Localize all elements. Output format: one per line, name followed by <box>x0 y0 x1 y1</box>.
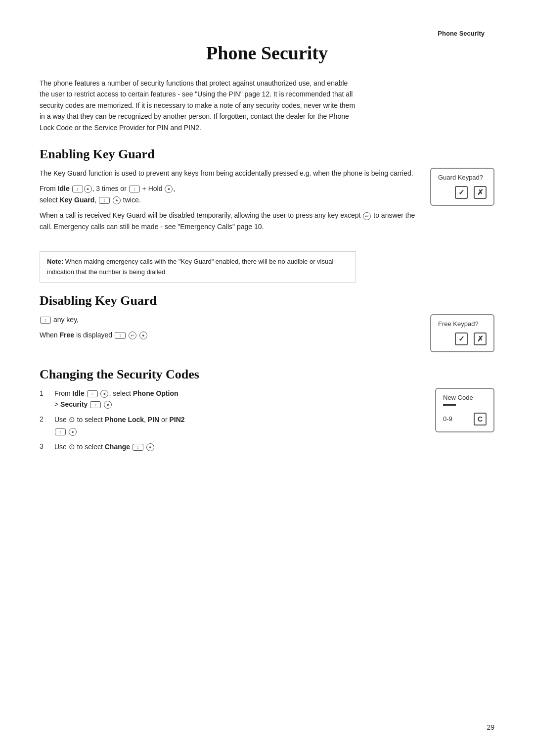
section-title-disabling: Disabling Key Guard <box>40 293 494 308</box>
new-code-display: New Code 0-9 C <box>435 388 494 432</box>
end-icon-dis: ↩ <box>129 331 136 339</box>
new-code-label: New Code <box>443 394 487 401</box>
enabling-para-2: From Idle ↕●, 3 times or ↕ + Hold ●, sel… <box>40 183 415 206</box>
new-code-clear-btn[interactable]: C <box>474 413 487 425</box>
ok-icon-ch-3: ● <box>69 428 77 436</box>
ok-icon-3: ● <box>113 196 121 204</box>
free-confirm-btn[interactable]: ✓ <box>455 332 468 345</box>
ok-icon-ch-4: ● <box>146 443 154 451</box>
key-guard-note: Note: When making emergency calls with t… <box>40 251 356 282</box>
guard-keypad-display: Guard Keypad? ✓ ✗ <box>430 168 494 206</box>
nav-icon-dis-1: ↕ <box>40 317 51 324</box>
enabling-key-guard-block: The Key Guard function is used to preven… <box>40 168 494 236</box>
nav-icon-dis-2: ↕ <box>115 332 126 339</box>
enabling-para-3: When a call is received Key Guard will b… <box>40 210 415 233</box>
step-num-3: 3 <box>40 441 48 453</box>
guard-keypad-buttons: ✓ ✗ <box>438 186 487 199</box>
page-title: Phone Security <box>40 42 494 64</box>
guard-confirm-btn[interactable]: ✓ <box>455 186 468 199</box>
free-keypad-label: Free Keypad? <box>438 320 487 328</box>
enabling-text: The Key Guard function is used to preven… <box>40 168 430 236</box>
nav-icon-ch-4: ↕ <box>133 444 143 451</box>
ok-icon-ch-1: ● <box>100 390 108 398</box>
page-container: Phone Security Phone Security The phone … <box>0 0 534 756</box>
step-num-1: 1 <box>40 388 48 410</box>
disabling-para-2: When Free is displayed ↕ ↩ ● <box>40 330 415 341</box>
section-title-enabling: Enabling Key Guard <box>40 147 494 162</box>
changing-steps-list: 1 From Idle ↕ ●, select Phone Option > S… <box>40 388 420 453</box>
step-2: 2 Use ⊙ to select Phone Lock, PIN or PIN… <box>40 414 420 436</box>
header-section-label: Phone Security <box>40 30 494 37</box>
free-keypad-buttons: ✓ ✗ <box>438 332 487 345</box>
ok-icon-ch-2: ● <box>104 401 112 409</box>
header-label-text: Phone Security <box>438 30 485 37</box>
step-1: 1 From Idle ↕ ●, select Phone Option > S… <box>40 388 420 410</box>
note-text: When making emergency calls with the "Ke… <box>47 258 333 275</box>
note-label: Note: <box>47 258 63 265</box>
new-code-range: 0-9 <box>443 415 452 423</box>
enabling-para-1: The Key Guard function is used to preven… <box>40 168 415 179</box>
nav-icon-ch-2: ↕ <box>90 401 101 408</box>
nav-icon-1: ↕ <box>72 186 83 192</box>
step-text-3: Use ⊙ to select Change ↕ ● <box>54 441 155 453</box>
changing-security-block: 1 From Idle ↕ ●, select Phone Option > S… <box>40 388 494 457</box>
step-num-2: 2 <box>40 414 48 436</box>
ok-icon-1: ● <box>84 185 92 193</box>
nav-icon-3: ↕ <box>99 197 110 204</box>
free-cancel-btn[interactable]: ✗ <box>474 332 487 345</box>
disabling-text: ↕ any key, When Free is displayed ↕ ↩ ● <box>40 314 430 345</box>
new-code-bottom: 0-9 C <box>443 413 487 425</box>
nav-icon-ch-1: ↕ <box>87 390 98 397</box>
nav-icon-2: ↕ <box>129 186 140 192</box>
new-code-input-bar <box>443 404 456 406</box>
step-text-2: Use ⊙ to select Phone Lock, PIN or PIN2 … <box>54 414 185 436</box>
step-3: 3 Use ⊙ to select Change ↕ ● <box>40 441 420 453</box>
end-icon-1: ↩ <box>363 212 371 220</box>
disabling-para-1: ↕ any key, <box>40 314 415 326</box>
ok-icon-dis: ● <box>139 331 147 339</box>
guard-cancel-btn[interactable]: ✗ <box>474 186 487 199</box>
ok-icon-2: ● <box>165 185 173 193</box>
step-text-1: From Idle ↕ ●, select Phone Option > Sec… <box>54 388 178 410</box>
disabling-key-guard-block: ↕ any key, When Free is displayed ↕ ↩ ● … <box>40 314 494 352</box>
intro-paragraph: The phone features a number of security … <box>40 78 356 133</box>
free-keypad-display: Free Keypad? ✓ ✗ <box>430 314 494 352</box>
section-title-changing: Changing the Security Codes <box>40 367 494 382</box>
changing-text: 1 From Idle ↕ ●, select Phone Option > S… <box>40 388 435 457</box>
nav-icon-ch-3: ↕ <box>55 428 66 435</box>
guard-keypad-label: Guard Keypad? <box>438 174 487 181</box>
page-number: 29 <box>487 723 494 731</box>
